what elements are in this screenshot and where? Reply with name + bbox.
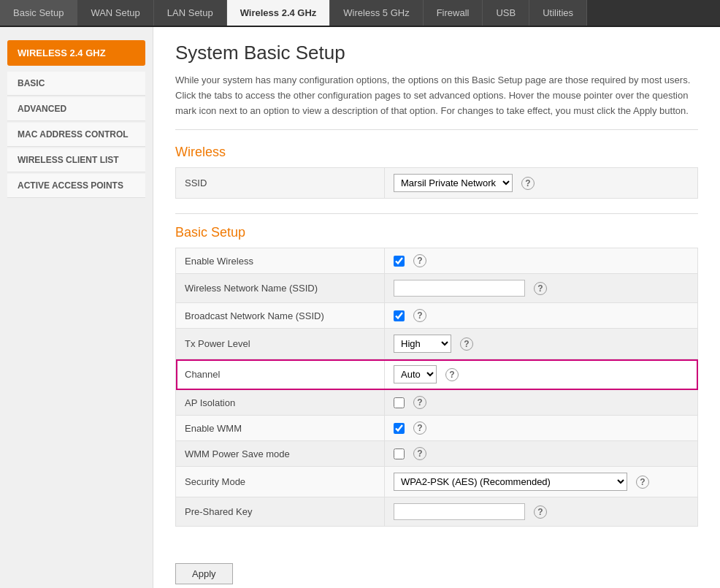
pre-shared-key-row: Pre-Shared Key ? <box>176 497 698 527</box>
top-nav-tab-wireless-24[interactable]: Wireless 2.4 GHz <box>227 0 331 26</box>
apply-button[interactable]: Apply <box>175 563 233 584</box>
top-nav-tab-usb[interactable]: USB <box>483 0 529 26</box>
pre-shared-key-help[interactable]: ? <box>534 505 547 519</box>
top-nav-tab-utilities[interactable]: Utilities <box>529 0 587 26</box>
wireless-table: SSID Marsil Private Network ? <box>175 167 698 199</box>
ap-isolation-label: AP Isolation <box>176 390 385 416</box>
sidebar-item-basic[interactable]: BASIC <box>7 72 145 96</box>
top-navigation: Basic SetupWAN SetupLAN SetupWireless 2.… <box>0 0 720 27</box>
sidebar-item-active-access-points[interactable]: ACTIVE ACCESS POINTS <box>7 174 145 198</box>
channel-label: Channel <box>176 359 385 390</box>
page-title: System Basic Setup <box>175 42 698 64</box>
ssid-row: SSID Marsil Private Network ? <box>176 168 698 199</box>
enable-wmm-row: Enable WMM ? <box>176 416 698 441</box>
broadcast-name-label: Broadcast Network Name (SSID) <box>176 303 385 329</box>
wmm-power-save-checkbox[interactable] <box>394 448 405 459</box>
sidebar: WIRELESS 2.4 GHZ BASICADVANCEDMAC ADDRES… <box>0 27 153 588</box>
wireless-name-row: Wireless Network Name (SSID) ? <box>176 274 698 303</box>
security-mode-label: Security Mode <box>176 467 385 497</box>
ssid-help-icon[interactable]: ? <box>521 177 535 190</box>
tx-power-row: Tx Power Level High Medium Low ? <box>176 329 698 359</box>
security-mode-select[interactable]: WPA2-PSK (AES) (Recommended) None WEP WP… <box>394 473 627 491</box>
channel-help[interactable]: ? <box>445 368 459 381</box>
pre-shared-key-input[interactable] <box>394 503 525 520</box>
ap-isolation-row: AP Isolation ? <box>176 390 698 416</box>
enable-wireless-row: Enable Wireless ? <box>176 248 698 274</box>
ap-isolation-help[interactable]: ? <box>413 396 426 409</box>
channel-select[interactable]: Auto 123 456 789 1011 <box>394 365 437 383</box>
broadcast-name-help[interactable]: ? <box>413 309 426 322</box>
sidebar-item-advanced[interactable]: ADVANCED <box>7 97 145 121</box>
channel-row: Channel Auto 123 456 789 1011 ? <box>176 359 698 390</box>
top-nav-tab-wireless-5[interactable]: Wireless 5 GHz <box>330 0 423 26</box>
ssid-select[interactable]: Marsil Private Network <box>394 174 513 192</box>
ap-isolation-checkbox[interactable] <box>394 397 405 408</box>
pre-shared-key-label: Pre-Shared Key <box>176 497 385 527</box>
tx-power-select[interactable]: High Medium Low <box>394 335 451 353</box>
top-nav-tab-wan-setup[interactable]: WAN Setup <box>77 0 153 26</box>
enable-wireless-checkbox[interactable] <box>394 256 405 267</box>
tx-power-label: Tx Power Level <box>176 329 385 359</box>
basic-setup-table: Enable Wireless ? Wireless Network Name … <box>175 248 698 527</box>
top-nav-tab-basic-setup[interactable]: Basic Setup <box>0 0 77 26</box>
sidebar-header[interactable]: WIRELESS 2.4 GHZ <box>7 40 145 66</box>
wireless-name-help[interactable]: ? <box>534 282 547 295</box>
tx-power-help[interactable]: ? <box>460 337 473 351</box>
ssid-label: SSID <box>176 168 385 199</box>
enable-wmm-label: Enable WMM <box>176 416 385 441</box>
content-area: System Basic Setup While your system has… <box>153 27 720 588</box>
basic-setup-section-title: Basic Setup <box>175 225 698 240</box>
enable-wireless-help[interactable]: ? <box>413 254 426 267</box>
top-nav-tab-lan-setup[interactable]: LAN Setup <box>154 0 227 26</box>
wmm-power-save-row: WMM Power Save mode ? <box>176 441 698 467</box>
sidebar-item-wireless-client-list[interactable]: WIRELESS CLIENT LIST <box>7 148 145 172</box>
enable-wmm-checkbox[interactable] <box>394 423 405 434</box>
wireless-section-title: Wireless <box>175 145 698 160</box>
enable-wmm-help[interactable]: ? <box>413 421 426 435</box>
security-mode-help[interactable]: ? <box>636 476 649 489</box>
wireless-name-input[interactable] <box>394 280 525 297</box>
main-container: WIRELESS 2.4 GHZ BASICADVANCEDMAC ADDRES… <box>0 27 720 588</box>
broadcast-name-checkbox[interactable] <box>394 310 405 321</box>
enable-wireless-label: Enable Wireless <box>176 248 385 274</box>
wmm-power-save-label: WMM Power Save mode <box>176 441 385 467</box>
wireless-name-label: Wireless Network Name (SSID) <box>176 274 385 303</box>
sidebar-item-mac-address-control[interactable]: MAC ADDRESS CONTROL <box>7 123 145 147</box>
top-nav-tab-firewall[interactable]: Firewall <box>424 0 483 26</box>
security-mode-row: Security Mode WPA2-PSK (AES) (Recommende… <box>176 467 698 497</box>
ssid-value: Marsil Private Network ? <box>385 168 698 199</box>
intro-text: While your system has many configuration… <box>175 73 698 130</box>
wmm-power-save-help[interactable]: ? <box>413 447 426 460</box>
broadcast-name-row: Broadcast Network Name (SSID) ? <box>176 303 698 329</box>
